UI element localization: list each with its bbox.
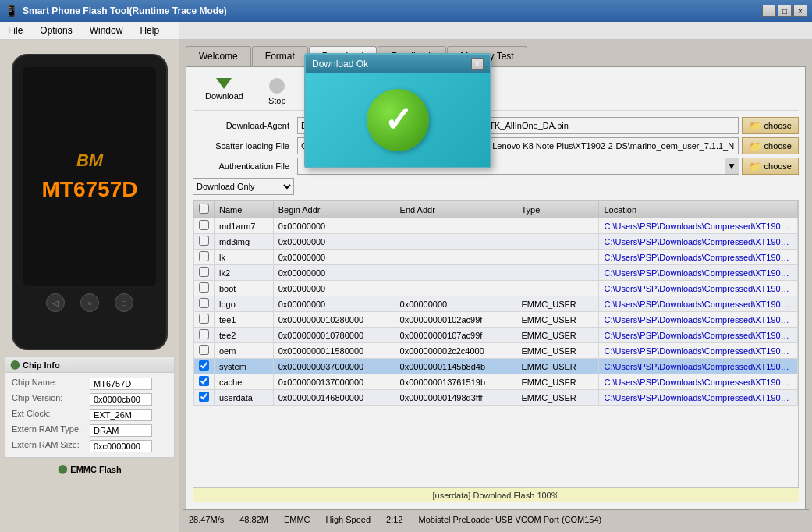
menu-file[interactable]: File (3, 23, 27, 37)
dialog-body: ✓ (306, 73, 490, 167)
emmc-flash-section: ⬤ EMMC Flash (53, 461, 126, 477)
dialog-title: Download Ok (312, 59, 368, 69)
emmc-flash-label: EMMC Flash (70, 465, 121, 474)
phone-btn-menu: □ (115, 293, 133, 312)
success-checkmark: ✓ (367, 89, 429, 151)
left-panel: BM MT6757D ◁ ○ □ ⬤ Chip Info Chip Name: … (0, 40, 179, 531)
window-title: Smart Phone Flash Tool(Runtime Trace Mod… (23, 5, 762, 16)
window-controls: — □ × (762, 5, 807, 17)
dialog-title-bar: Download Ok × (306, 55, 490, 73)
chip-info-icon: ⬤ (10, 360, 20, 370)
close-button[interactable]: × (793, 5, 807, 17)
chip-ram-size-value: 0xc0000000 (90, 440, 152, 452)
download-ok-dialog: Download Ok × ✓ (304, 53, 491, 168)
checkmark-icon: ✓ (384, 103, 413, 137)
menu-window[interactable]: Window (85, 23, 128, 37)
chip-row-clock: Ext Clock: EXT_26M (9, 407, 171, 423)
chip-ram-size-label: Extern RAM Size: (12, 440, 90, 452)
chip-name-value: MT6757D (90, 378, 152, 390)
chip-name-label: Chip Name: (12, 378, 90, 390)
phone-image: BM MT6757D ◁ ○ □ (12, 54, 168, 350)
chip-ram-type-label: Extern RAM Type: (12, 424, 90, 437)
chip-ram-type-value: DRAM (90, 424, 152, 437)
chip-info-header: ⬤ Chip Info (5, 357, 174, 373)
maximize-button[interactable]: □ (778, 5, 792, 17)
menu-help[interactable]: Help (135, 23, 164, 37)
app-icon: 📱 (5, 5, 18, 17)
chip-version-value: 0x0000cb00 (90, 393, 152, 406)
emmc-flash-icon: ⬤ (58, 464, 67, 474)
chip-info-title: Chip Info (23, 360, 60, 370)
minimize-button[interactable]: — (762, 5, 776, 17)
phone-screen: BM MT6757D (23, 67, 156, 286)
title-bar: 📱 Smart Phone Flash Tool(Runtime Trace M… (0, 0, 812, 22)
phone-brand: BM (76, 151, 103, 171)
chip-row-ram-type: Extern RAM Type: DRAM (9, 423, 171, 438)
chip-clock-label: Ext Clock: (12, 409, 90, 421)
chip-info-body: Chip Name: MT6757D Chip Version: 0x0000c… (5, 373, 174, 457)
chip-version-label: Chip Version: (12, 393, 90, 406)
dialog-close-button[interactable]: × (471, 58, 484, 70)
phone-model: MT6757D (42, 177, 138, 202)
chip-row-version: Chip Version: 0x0000cb00 (9, 392, 171, 407)
chip-clock-value: EXT_26M (90, 409, 152, 421)
dialog-overlay: Download Ok × ✓ (179, 22, 812, 531)
phone-btn-home: ○ (80, 293, 99, 312)
chip-info-panel: ⬤ Chip Info Chip Name: MT6757D Chip Vers… (5, 356, 175, 458)
chip-row-ram-size: Extern RAM Size: 0xc0000000 (9, 438, 171, 454)
phone-btn-back: ◁ (46, 293, 65, 312)
chip-row-name: Chip Name: MT6757D (9, 376, 171, 392)
phone-buttons: ◁ ○ □ (46, 293, 133, 312)
menu-options[interactable]: Options (35, 23, 76, 37)
